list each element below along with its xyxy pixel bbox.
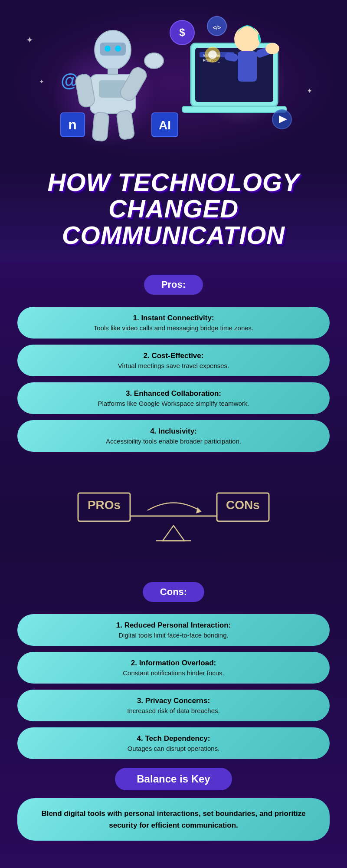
cons-label: Cons: xyxy=(143,582,204,602)
cons-card-1-desc: Digital tools limit face-to-face bonding… xyxy=(30,631,317,639)
pros-card-1-title: 1. Instant Connectivity: xyxy=(30,314,317,322)
svg-point-34 xyxy=(208,50,217,59)
pros-cards: 1. Instant Connectivity: Tools like vide… xyxy=(0,307,347,452)
pros-card-3: 3. Enhanced Collaboration: Platforms lik… xyxy=(17,382,330,414)
balance-section: Balance is Key Blend digital tools with … xyxy=(0,759,347,858)
cons-card-2: 2. Information Overload: Constant notifi… xyxy=(17,652,330,684)
pros-card-4-title: 4. Inclusivity: xyxy=(30,427,317,436)
balance-card: Blend digital tools with personal intera… xyxy=(17,798,330,841)
hero-section: ✦ ✦ ✦ $ </> xyxy=(0,0,347,165)
pros-section-header: Pros: xyxy=(0,266,347,302)
pros-card-2-desc: Virtual meetings save travel expenses. xyxy=(30,362,317,369)
cons-card-3: 3. Privacy Concerns: Increased risk of d… xyxy=(17,690,330,721)
title-line2: COMMUNICATION xyxy=(62,221,285,249)
svg-marker-44 xyxy=(163,526,184,541)
svg-point-28 xyxy=(234,26,260,52)
cons-card-3-title: 3. Privacy Concerns: xyxy=(30,697,317,705)
svg-rect-35 xyxy=(182,106,286,112)
sparkle-1: ✦ xyxy=(26,35,33,45)
pros-card-3-desc: Platforms like Google Workspace simplify… xyxy=(30,400,317,407)
cons-card-1: 1. Reduced Personal Interaction: Digital… xyxy=(17,614,330,646)
cons-card-2-title: 2. Information Overload: xyxy=(30,659,317,667)
pros-label: Pros: xyxy=(144,275,203,295)
svg-text:PROs: PROs xyxy=(88,498,121,512)
balance-label: Balance is Key xyxy=(115,768,232,790)
balance-card-text: Blend digital tools with personal intera… xyxy=(30,808,317,831)
scale-illustration: PROs CONs xyxy=(65,469,282,547)
svg-text:n: n xyxy=(68,117,77,132)
svg-marker-43 xyxy=(196,507,202,513)
cons-card-2-desc: Constant notifications hinder focus. xyxy=(30,669,317,677)
pros-card-2: 2. Cost-Effective: Virtual meetings save… xyxy=(17,345,330,376)
page-container: ✦ ✦ ✦ $ </> xyxy=(0,0,347,868)
sparkle-3: ✦ xyxy=(307,87,312,95)
pros-card-2-title: 2. Cost-Effective: xyxy=(30,352,317,360)
cons-card-3-desc: Increased risk of data breaches. xyxy=(30,707,317,714)
svg-text:</>: </> xyxy=(213,24,221,31)
cons-cards: 1. Reduced Personal Interaction: Digital… xyxy=(0,614,347,759)
svg-point-20 xyxy=(144,53,164,69)
cons-section-header: Cons: xyxy=(0,573,347,610)
cons-card-4: 4. Tech Dependency: Outages can disrupt … xyxy=(17,727,330,759)
cons-card-1-title: 1. Reduced Personal Interaction: xyxy=(30,621,317,630)
svg-text:$: $ xyxy=(179,26,185,38)
title-section: HOW TECHNOLOGY CHANGED COMMUNICATION xyxy=(0,165,347,262)
cons-section: Cons: 1. Reduced Personal Interaction: D… xyxy=(0,565,347,759)
pros-card-4-desc: Accessibility tools enable broader parti… xyxy=(30,437,317,445)
svg-rect-21 xyxy=(92,112,109,141)
svg-point-13 xyxy=(105,46,111,52)
title-line1: HOW TECHNOLOGY CHANGED xyxy=(47,168,299,223)
svg-rect-29 xyxy=(238,51,257,82)
svg-rect-12 xyxy=(100,43,126,56)
svg-point-32 xyxy=(265,43,279,54)
pros-card-4: 4. Inclusivity: Accessibility tools enab… xyxy=(17,420,330,452)
svg-text:CONs: CONs xyxy=(226,498,260,512)
pros-card-3-title: 3. Enhanced Collaboration: xyxy=(30,389,317,398)
hero-illustration: $ </> @ n AI xyxy=(26,9,321,156)
main-title: HOW TECHNOLOGY CHANGED COMMUNICATION xyxy=(13,169,334,249)
cons-card-4-desc: Outages can disrupt operations. xyxy=(30,745,317,752)
balance-section-header: Balance is Key xyxy=(17,768,330,798)
svg-point-14 xyxy=(115,46,121,52)
pros-card-1: 1. Instant Connectivity: Tools like vide… xyxy=(17,307,330,339)
sparkle-2: ✦ xyxy=(39,78,44,85)
pros-card-1-desc: Tools like video calls and messaging bri… xyxy=(30,324,317,332)
cons-card-4-title: 4. Tech Dependency: xyxy=(30,734,317,743)
scale-section: PROs CONs xyxy=(65,465,282,552)
svg-text:AI: AI xyxy=(159,118,171,132)
